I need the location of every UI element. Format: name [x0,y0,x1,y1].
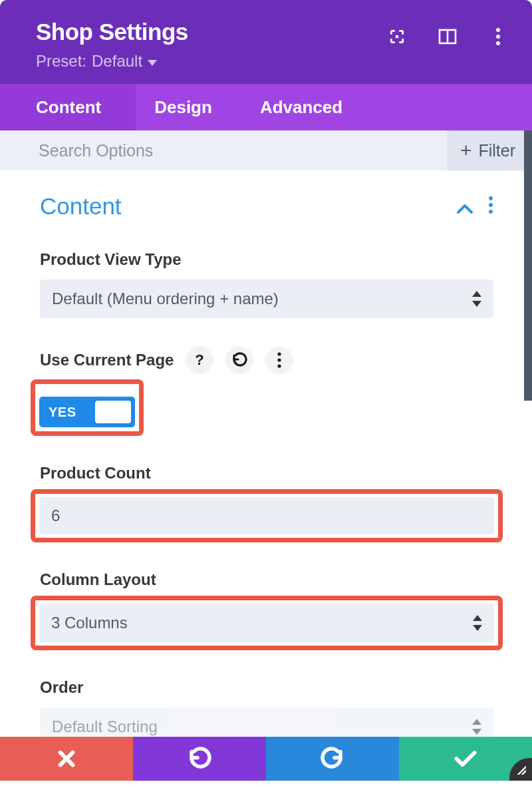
svg-marker-15 [473,615,482,621]
svg-marker-10 [472,301,481,307]
field-label-row: Use Current Page ? [40,346,493,374]
scrollbar[interactable] [524,130,532,401]
svg-point-5 [496,41,500,45]
sort-arrows-icon [472,291,481,307]
svg-marker-9 [472,291,481,297]
preset-selector[interactable]: Preset: Default [36,52,157,71]
input-value: 6 [51,506,60,525]
tab-bar: Content Design Advanced [0,84,532,130]
select-value: 3 Columns [51,614,128,632]
svg-point-4 [496,35,500,39]
sort-arrows-icon [473,615,482,631]
cancel-button[interactable] [0,737,133,781]
tab-design[interactable]: Design [136,84,241,130]
columns-icon[interactable] [438,27,458,47]
svg-line-21 [518,767,526,775]
field-product-count: Product Count 6 [40,464,493,542]
highlight-frame: 6 [31,489,503,542]
reset-icon[interactable] [225,346,253,374]
chevron-up-icon [456,193,473,220]
preset-value: Default [92,52,142,71]
tab-content[interactable]: Content [0,84,136,130]
svg-marker-17 [472,719,481,725]
highlight-frame: YES [31,379,144,436]
section-content: Content Product View Type Default (Menu … [0,170,532,746]
fullscreen-icon[interactable] [387,27,407,47]
svg-marker-18 [472,729,481,735]
search-row: + Filter [0,130,532,170]
toggle-label: YES [39,405,76,420]
header-icon-row [387,27,508,47]
svg-rect-0 [396,35,398,38]
more-vert-icon[interactable] [488,193,493,220]
use-current-page-toggle[interactable]: YES [39,397,135,427]
field-label: Order [40,678,493,697]
section-header[interactable]: Content [40,193,493,220]
tab-advanced[interactable]: Advanced [241,84,372,130]
highlight-frame: 3 Columns [31,596,503,650]
more-vert-icon[interactable] [265,346,293,374]
redo-button[interactable] [266,737,399,781]
field-label: Product Count [40,464,493,483]
more-vert-icon[interactable] [488,27,508,47]
product-count-input[interactable]: 6 [39,497,494,534]
svg-marker-16 [473,625,482,631]
settings-panel: Shop Settings Preset: Default [0,0,532,796]
sort-arrows-icon [472,719,481,735]
panel-header: Shop Settings Preset: Default [0,0,532,84]
undo-button[interactable] [133,737,266,781]
field-order: Order Default Sorting [40,678,493,746]
help-icon[interactable]: ? [186,346,213,374]
svg-point-6 [489,196,493,200]
svg-point-7 [489,203,493,207]
bottom-action-bar [0,737,532,781]
svg-point-12 [278,352,281,355]
svg-point-14 [278,364,281,367]
svg-text:?: ? [196,352,204,368]
panel-body: + Filter Content Product View Type [0,130,532,781]
svg-line-22 [522,771,526,775]
field-column-layout: Column Layout 3 Columns [40,570,493,650]
toggle-knob [95,401,131,423]
chevron-down-icon [148,60,157,66]
filter-label: Filter [478,141,515,160]
plus-icon: + [460,139,472,162]
field-use-current-page: Use Current Page ? YES [40,346,493,436]
select-value: Default Sorting [52,717,158,736]
section-title: Content [40,193,122,220]
svg-point-13 [278,358,281,361]
svg-point-3 [496,28,500,32]
filter-button[interactable]: + Filter [448,130,532,170]
svg-point-8 [489,210,493,214]
product-view-type-select[interactable]: Default (Menu ordering + name) [40,280,493,318]
field-label: Use Current Page [40,351,174,369]
field-label: Column Layout [40,570,493,589]
field-label: Product View Type [40,250,493,269]
select-value: Default (Menu ordering + name) [52,290,279,308]
column-layout-select[interactable]: 3 Columns [39,604,494,642]
preset-label: Preset: [36,52,86,71]
field-product-view-type: Product View Type Default (Menu ordering… [40,250,493,318]
search-input[interactable] [0,141,448,160]
